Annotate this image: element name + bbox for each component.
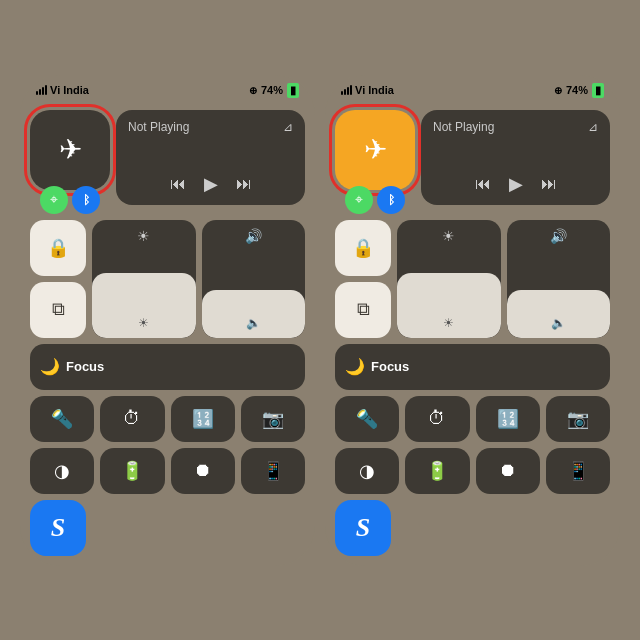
- top-section-right: ✈ ⌖ ᛒ Not Pl: [335, 110, 610, 214]
- location-icon: ⊕: [249, 85, 257, 96]
- battery-status-left: ⊕ 74% ▮: [249, 83, 299, 98]
- lock-icon-left: 🔒: [47, 237, 69, 259]
- remote-btn-left[interactable]: 📱: [241, 448, 305, 494]
- wifi-circle-left[interactable]: ⌖: [40, 186, 68, 214]
- calculator-icon-right: 🔢: [497, 408, 519, 430]
- airplane-icon-left: ✈: [59, 133, 82, 166]
- record-icon-right: ⏺: [499, 460, 517, 481]
- battery-icon-left: ▮: [287, 83, 299, 98]
- mirror-btn-right[interactable]: ⧉: [335, 282, 391, 338]
- lock-btn-right[interactable]: 🔒: [335, 220, 391, 276]
- focus-icon-left: 🌙: [40, 357, 60, 376]
- bluetooth-circle-right[interactable]: ᛒ: [377, 186, 405, 214]
- icons-row2-right: ◑ 🔋 ⏺ 📱: [335, 448, 610, 494]
- remote-icon-left: 📱: [262, 460, 284, 482]
- shazam-row-right: S: [335, 500, 610, 556]
- timer-btn-left[interactable]: ⏱: [100, 396, 164, 442]
- camera-btn-right[interactable]: 📷: [546, 396, 610, 442]
- bluetooth-icon-right: ᛒ: [388, 193, 395, 207]
- focus-btn-left[interactable]: 🌙 Focus: [30, 344, 305, 390]
- brightness-slider-right[interactable]: ☀ ☀: [397, 220, 501, 338]
- shazam-row-left: S: [30, 500, 305, 556]
- volume-icon-top-right: 🔊: [550, 228, 567, 244]
- volume-slider-left[interactable]: 🔊 🔈: [202, 220, 306, 338]
- battery-percent-left: 74%: [261, 84, 283, 96]
- battery-percent-right: 74%: [566, 84, 588, 96]
- not-playing-left: Not Playing: [128, 120, 189, 134]
- battery-tile-btn-right[interactable]: 🔋: [405, 448, 469, 494]
- airplane-circle-left[interactable]: ✈: [30, 110, 110, 190]
- lock-icon-right: 🔒: [352, 237, 374, 259]
- flashlight-icon-left: 🔦: [51, 408, 73, 430]
- volume-slider-right[interactable]: 🔊 🔈: [507, 220, 611, 338]
- carrier-name-right: Vi India: [355, 84, 394, 96]
- play-btn-left[interactable]: ▶: [204, 173, 218, 195]
- airplay-icon-left[interactable]: ⊿: [283, 120, 293, 134]
- prev-btn-left[interactable]: ⏮: [170, 175, 186, 193]
- calculator-btn-right[interactable]: 🔢: [476, 396, 540, 442]
- play-btn-right[interactable]: ▶: [509, 173, 523, 195]
- flashlight-icon-right: 🔦: [356, 408, 378, 430]
- timer-icon-right: ⏱: [428, 408, 446, 429]
- shazam-btn-left[interactable]: S: [30, 500, 86, 556]
- remote-btn-right[interactable]: 📱: [546, 448, 610, 494]
- mirror-icon-left: ⧉: [52, 299, 65, 320]
- prev-btn-right[interactable]: ⏮: [475, 175, 491, 193]
- shazam-btn-right[interactable]: S: [335, 500, 391, 556]
- airplane-icon-right: ✈: [364, 133, 387, 166]
- battery-status-right: ⊕ 74% ▮: [554, 83, 604, 98]
- flashlight-btn-right[interactable]: 🔦: [335, 396, 399, 442]
- volume-icon-bottom-left: 🔈: [246, 316, 261, 330]
- media-top-left: Not Playing ⊿: [128, 120, 293, 134]
- carrier-right: Vi India: [341, 84, 394, 96]
- volume-fill-left: [202, 290, 306, 337]
- location-icon-right: ⊕: [554, 85, 562, 96]
- darkmode-btn-left[interactable]: ◑: [30, 448, 94, 494]
- record-btn-left[interactable]: ⏺: [171, 448, 235, 494]
- airplane-btn-left[interactable]: ✈: [30, 110, 110, 190]
- darkmode-icon-left: ◑: [54, 460, 70, 482]
- mirror-btn-left[interactable]: ⧉: [30, 282, 86, 338]
- media-player-right: Not Playing ⊿ ⏮ ▶ ⏭: [421, 110, 610, 205]
- battery-tile-btn-left[interactable]: 🔋: [100, 448, 164, 494]
- timer-btn-right[interactable]: ⏱: [405, 396, 469, 442]
- signal-icon-right: [341, 85, 352, 95]
- brightness-icon-bottom-right: ☀: [443, 316, 454, 330]
- next-btn-left[interactable]: ⏭: [236, 175, 252, 193]
- bluetooth-circle-left[interactable]: ᛒ: [72, 186, 100, 214]
- battery-tile-icon-left: 🔋: [121, 460, 143, 482]
- icons-row1-right: 🔦 ⏱ 🔢 📷: [335, 396, 610, 442]
- control-center-right: ✈ ⌖ ᛒ Not Pl: [325, 102, 620, 566]
- lock-mirror-col-left: 🔒 ⧉: [30, 220, 86, 338]
- not-playing-right: Not Playing: [433, 120, 494, 134]
- wifi-circle-right[interactable]: ⌖: [345, 186, 373, 214]
- airplay-icon-right[interactable]: ⊿: [588, 120, 598, 134]
- camera-btn-left[interactable]: 📷: [241, 396, 305, 442]
- carrier-left: Vi India: [36, 84, 89, 96]
- flashlight-btn-left[interactable]: 🔦: [30, 396, 94, 442]
- timer-icon-left: ⏱: [123, 408, 141, 429]
- main-container: Vi India ⊕ 74% ▮ ✈: [10, 65, 630, 576]
- airplane-btn-right[interactable]: ✈: [335, 110, 415, 190]
- top-section-left: ✈ ⌖ ᛒ Not Pl: [30, 110, 305, 214]
- focus-label-right: Focus: [371, 359, 409, 374]
- brightness-slider-left[interactable]: ☀ ☀: [92, 220, 196, 338]
- wifi-icon-right: ⌖: [355, 191, 363, 208]
- darkmode-btn-right[interactable]: ◑: [335, 448, 399, 494]
- mirror-icon-right: ⧉: [357, 299, 370, 320]
- darkmode-icon-right: ◑: [359, 460, 375, 482]
- next-btn-right[interactable]: ⏭: [541, 175, 557, 193]
- airplane-circle-right[interactable]: ✈: [335, 110, 415, 190]
- battery-tile-icon-right: 🔋: [426, 460, 448, 482]
- focus-btn-right[interactable]: 🌙 Focus: [335, 344, 610, 390]
- shazam-icon-left: S: [51, 513, 65, 543]
- calculator-btn-left[interactable]: 🔢: [171, 396, 235, 442]
- lock-mirror-col-right: 🔒 ⧉: [335, 220, 391, 338]
- media-controls-left: ⏮ ▶ ⏭: [128, 173, 293, 195]
- focus-row-right: 🌙 Focus: [335, 344, 610, 390]
- lock-btn-left[interactable]: 🔒: [30, 220, 86, 276]
- second-row-left: 🔒 ⧉ ☀ ☀ 🔊 🔈: [30, 220, 305, 338]
- record-btn-right[interactable]: ⏺: [476, 448, 540, 494]
- icons-row2-left: ◑ 🔋 ⏺ 📱: [30, 448, 305, 494]
- brightness-icon-top-right: ☀: [442, 228, 455, 244]
